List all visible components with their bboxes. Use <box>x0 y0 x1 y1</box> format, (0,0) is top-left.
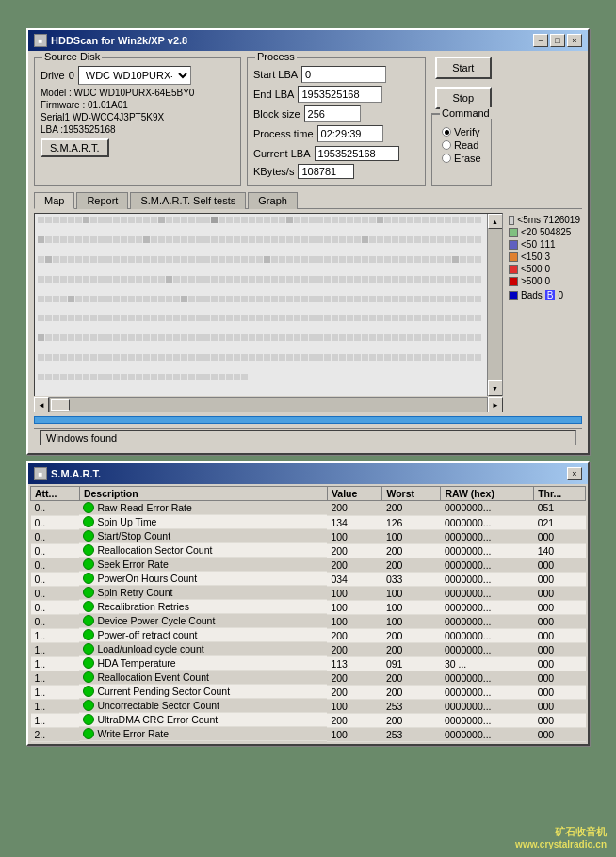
close-button[interactable]: × <box>567 34 582 47</box>
scroll-down-button[interactable]: ▼ <box>488 380 503 396</box>
scroll-left-button[interactable]: ◄ <box>34 397 49 412</box>
progress-bar <box>34 416 582 424</box>
watermark: 矿石收音机 www.crystalradio.cn <box>515 825 607 849</box>
main-content: Source Disk Drive 0 WDC WD10PURX- Model … <box>28 51 588 453</box>
command-radio-group: Verify Read Erase <box>438 122 485 168</box>
cell-attr: 0.. <box>31 586 80 600</box>
scroll-up-button[interactable]: ▲ <box>488 214 503 229</box>
status-dot <box>83 516 94 527</box>
table-row: 0.. Spin Retry Count 100 100 0000000... … <box>31 586 586 600</box>
cell-worst: 253 <box>382 699 441 713</box>
cell-thr: 000 <box>534 572 586 586</box>
cell-raw: 0000000... <box>441 558 534 572</box>
smart-title-bar: ■ S.M.A.R.T. × <box>28 463 588 484</box>
map-legend-row: (function() { var colors = ['#d0d0d0','#… <box>34 213 582 412</box>
status-dot <box>83 700 94 711</box>
legend-bads: Bads B 0 <box>509 290 580 300</box>
verify-radio[interactable] <box>442 127 451 137</box>
status-text: Windows found <box>40 430 576 445</box>
read-radio[interactable] <box>442 140 451 150</box>
cell-worst: 200 <box>382 713 441 727</box>
status-dot <box>83 671 94 683</box>
table-row: 1.. Current Pending Sector Count 200 200… <box>31 685 586 699</box>
erase-option[interactable]: Erase <box>442 153 481 164</box>
block-size-input[interactable] <box>304 105 361 122</box>
map-grid-area: (function() { var colors = ['#d0d0d0','#… <box>35 214 487 396</box>
table-row: 2.. Write Error Rate 100 253 0000000... … <box>31 727 586 741</box>
status-bar: Windows found <box>34 428 582 447</box>
stop-button[interactable]: Stop <box>435 87 492 109</box>
maximize-button[interactable]: □ <box>550 34 565 47</box>
cell-value: 034 <box>327 572 382 586</box>
legend-over500ms-box <box>509 277 518 286</box>
kbytes-row: KBytes/s 108781 <box>253 164 419 179</box>
col-thr: Thr... <box>534 487 586 501</box>
legend-5ms: <5ms 7126019 <box>509 215 580 225</box>
legend-500ms-box <box>509 265 518 274</box>
cell-worst: 200 <box>382 558 441 572</box>
table-header-row: Att... Description Value Worst RAW (hex)… <box>31 487 586 501</box>
process-group: Process Start LBA End LBA Block size Pro… <box>247 57 426 186</box>
verify-option[interactable]: Verify <box>442 126 481 137</box>
cell-attr: 0.. <box>31 543 80 558</box>
cell-worst: 200 <box>382 501 441 516</box>
current-lba-label: Current LBA <box>253 148 311 159</box>
legend-5ms-box <box>509 216 514 225</box>
end-lba-input[interactable] <box>298 86 382 103</box>
end-lba-row: End LBA <box>253 86 419 103</box>
legend-bads-box <box>509 291 518 300</box>
legend-50ms: <50 111 <box>509 239 580 250</box>
process-time-row: Process time <box>253 125 419 142</box>
process-time-label: Process time <box>253 128 314 139</box>
command-group: Command Verify Read <box>431 113 492 186</box>
start-lba-input[interactable] <box>301 66 386 83</box>
cell-thr: 000 <box>534 600 586 614</box>
tab-map[interactable]: Map <box>34 192 74 209</box>
cell-attr: 1.. <box>31 671 80 685</box>
cell-thr: 021 <box>534 515 586 529</box>
minimize-button[interactable]: − <box>533 34 548 47</box>
map-scrollbar-vertical[interactable]: ▲ ▼ <box>487 214 502 396</box>
cell-attr: 0.. <box>31 614 80 628</box>
cell-worst: 033 <box>382 572 441 586</box>
smart-table-body: 0.. Raw Read Error Rate 200 200 0000000.… <box>31 501 586 742</box>
start-button[interactable]: Start <box>435 57 492 79</box>
cell-value: 113 <box>327 656 382 671</box>
cell-raw: 0000000... <box>441 543 534 558</box>
cell-desc: Reallocation Event Count <box>79 671 327 685</box>
table-row: 1.. Reallocation Event Count 200 200 000… <box>31 671 586 685</box>
cell-desc: HDA Temperature <box>79 656 327 671</box>
status-dot <box>83 587 94 598</box>
erase-radio[interactable] <box>442 154 451 163</box>
table-row: 0.. Seek Error Rate 200 200 0000000... 0… <box>31 558 586 572</box>
drive-select[interactable]: WDC WD10PURX- <box>78 66 191 85</box>
table-row: 0.. Start/Stop Count 100 100 0000000... … <box>31 529 586 543</box>
scroll-thumb-h[interactable] <box>51 399 70 411</box>
tab-report[interactable]: Report <box>76 192 128 209</box>
smart-close-button[interactable]: × <box>567 467 582 480</box>
cell-desc: UltraDMA CRC Error Count <box>79 713 327 727</box>
main-title: HDDScan for Win2k/XP v2.8 <box>51 35 187 46</box>
col-value: Value <box>327 487 382 501</box>
tab-graph[interactable]: Graph <box>248 192 298 209</box>
cell-thr: 000 <box>534 671 586 685</box>
cell-raw: 0000000... <box>441 727 534 741</box>
cell-worst: 100 <box>382 586 441 600</box>
legend-50ms-box <box>509 240 518 250</box>
cell-worst: 200 <box>382 628 441 642</box>
process-time-input[interactable] <box>317 125 383 142</box>
cell-value: 200 <box>327 543 382 558</box>
smart-button[interactable]: S.M.A.R.T. <box>41 138 109 157</box>
col-worst: Worst <box>382 487 441 501</box>
read-option[interactable]: Read <box>442 139 481 151</box>
status-dot <box>83 502 94 513</box>
cell-value: 200 <box>327 628 382 642</box>
cell-raw: 0000000... <box>441 685 534 699</box>
bads-count-badge: B <box>545 290 556 300</box>
tab-smart-self-tests[interactable]: S.M.A.R.T. Self tests <box>130 192 246 209</box>
scroll-right-button[interactable]: ► <box>488 397 503 412</box>
legend-over500ms: >500 0 <box>509 276 580 286</box>
status-dot <box>83 686 94 697</box>
cell-worst: 126 <box>382 515 441 529</box>
cell-thr: 000 <box>534 656 586 671</box>
